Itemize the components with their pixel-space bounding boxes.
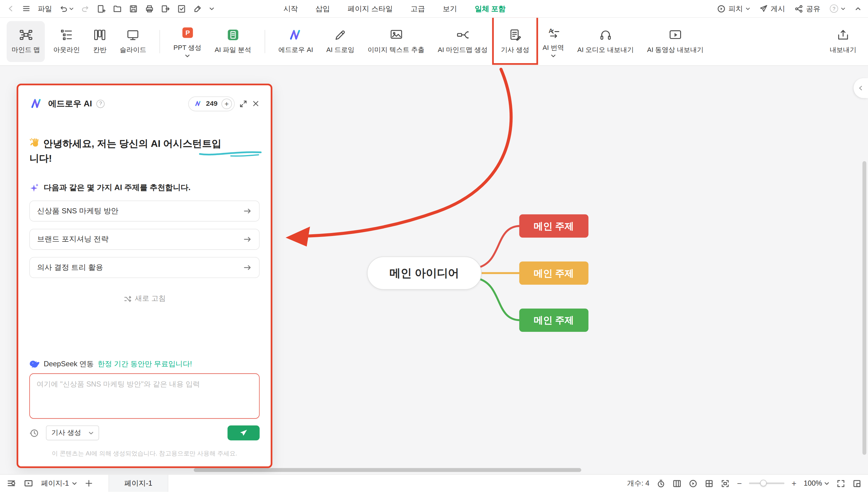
share-button[interactable]: 공유 <box>794 4 820 14</box>
mindmap-canvas[interactable]: 메인 아이디어 메인 주제 메인 주제 메인 주제 에드로우 AI ? 249 <box>0 66 868 474</box>
send-button[interactable] <box>228 425 259 440</box>
mindmap-central-node[interactable]: 메인 아이디어 <box>367 256 481 290</box>
more-tools-button[interactable] <box>209 7 214 10</box>
view-mode-kanban[interactable]: 칸반 <box>88 21 111 62</box>
menubar: 파일 <box>0 0 868 18</box>
zoom-level-value: 100% <box>804 479 822 487</box>
expand-icon <box>239 99 247 107</box>
view-mode-label: 아웃라인 <box>53 45 80 55</box>
collapse-panel-tab[interactable] <box>853 78 868 98</box>
suggestion-text: 브랜드 포지셔닝 전략 <box>37 234 108 244</box>
chevron-down-icon <box>746 7 750 10</box>
undo-button[interactable] <box>59 4 74 13</box>
ai-video-export-button[interactable]: AI 동영상 내보내기 <box>642 21 709 62</box>
menu-start[interactable]: 시작 <box>283 4 298 14</box>
play-circle-icon[interactable] <box>689 479 698 488</box>
zoom-level-select[interactable]: 100% <box>804 479 829 487</box>
pitch-button[interactable]: 피치 <box>717 4 750 14</box>
print-button[interactable] <box>145 4 154 13</box>
menu-insert[interactable]: 삽입 <box>316 4 330 14</box>
ai-drawing-button[interactable]: AI 드로잉 <box>321 21 360 62</box>
close-panel-button[interactable] <box>252 100 260 107</box>
collapse-toolbar-button[interactable] <box>855 5 861 12</box>
generation-mode-select[interactable]: 기사 생성 <box>46 425 99 440</box>
save-button[interactable] <box>129 4 138 13</box>
zoom-in-button[interactable]: + <box>792 479 796 488</box>
tool-label: 내보내기 <box>830 45 857 55</box>
panel-help-icon[interactable]: ? <box>96 99 105 107</box>
ai-file-analysis-button[interactable]: AI 파일 분석 <box>210 21 256 62</box>
article-generate-button[interactable]: 기사 생성 <box>496 21 534 62</box>
add-credits-button[interactable]: + <box>221 98 232 109</box>
export-button[interactable]: 내보내기 <box>825 21 861 62</box>
statusbar: 페이지-1 페이지-1 개수: 4 <box>0 474 868 492</box>
tool-label: PPT 생성 <box>173 43 202 52</box>
history-icon[interactable] <box>29 428 39 438</box>
horizontal-scrollbar[interactable] <box>194 468 581 472</box>
fit-screen-icon[interactable] <box>721 479 730 488</box>
ai-file-icon <box>226 28 239 42</box>
layout-icon[interactable] <box>673 479 681 488</box>
generation-mode-value: 기사 생성 <box>51 428 81 438</box>
prompt-input[interactable] <box>29 373 259 419</box>
zoom-slider-thumb[interactable] <box>760 479 767 486</box>
back-button[interactable] <box>7 4 15 13</box>
open-file-button[interactable] <box>113 4 122 13</box>
refresh-suggestions-button[interactable]: 새로 고침 <box>29 293 259 303</box>
edraw-ai-button[interactable]: 에드로우 AI <box>273 21 318 62</box>
menu-page-style[interactable]: 페이지 스타일 <box>348 4 393 14</box>
mindmap-child-node[interactable]: 메인 주제 <box>519 214 588 238</box>
refresh-label: 새로 고침 <box>135 293 166 303</box>
menubar-tabs: 시작 삽입 페이지 스타일 고급 보기 일체 포함 <box>283 4 505 14</box>
view-mode-mindmap[interactable]: 마인드 맵 <box>7 21 45 62</box>
zoom-out-button[interactable]: − <box>737 479 742 488</box>
suggestion-item[interactable]: 신상품 SNS 마케팅 방안 <box>29 201 259 222</box>
compose-row: 기사 생성 <box>29 425 259 440</box>
mindmap-child-node[interactable]: 메인 주제 <box>519 262 588 285</box>
fullscreen-icon[interactable] <box>837 479 845 488</box>
ai-translate-button[interactable]: A AI 번역 <box>537 21 569 62</box>
page-tab[interactable]: 페이지-1 <box>108 475 168 492</box>
page-selector[interactable]: 페이지-1 <box>41 478 77 488</box>
main-menu-button[interactable] <box>22 4 30 13</box>
vertical-scrollbar[interactable] <box>863 161 867 454</box>
export-doc-button[interactable] <box>161 4 170 13</box>
mindmap-child-node[interactable]: 메인 주제 <box>519 309 588 332</box>
help-button[interactable]: ? <box>830 4 845 13</box>
view-mode-slide[interactable]: 슬라이드 <box>115 21 151 62</box>
minimap-icon[interactable] <box>852 479 861 488</box>
redo-button[interactable] <box>81 4 90 13</box>
menu-view[interactable]: 보기 <box>443 4 457 14</box>
format-painter-button[interactable] <box>193 4 202 13</box>
toolbar-divider <box>160 30 160 53</box>
zoom-slider[interactable] <box>749 482 784 484</box>
timer-icon[interactable] <box>657 479 665 488</box>
outline-view-icon[interactable] <box>7 479 16 488</box>
ai-mindmap-generate-button[interactable]: AI 마인드맵 생성 <box>433 21 493 62</box>
task-check-button[interactable] <box>177 4 186 13</box>
tool-label: AI 마인드맵 생성 <box>438 45 488 55</box>
ai-audio-export-button[interactable]: AI 오디오 내보내기 <box>572 21 639 62</box>
menu-all-inclusive[interactable]: 일체 포함 <box>475 4 506 14</box>
ppt-generate-button[interactable]: P PPT 생성 <box>168 21 206 62</box>
credits-pill[interactable]: 249 + <box>188 96 235 111</box>
add-page-button[interactable] <box>84 479 93 487</box>
statusbar-right: 개수: 4 − + 100% <box>627 478 861 488</box>
image-text-extract-button[interactable]: 이미지 텍스트 추출 <box>363 21 429 62</box>
ai-drawing-icon <box>334 28 347 42</box>
arrow-right-icon <box>243 207 252 216</box>
grid-icon[interactable] <box>705 479 714 488</box>
toolbar-divider <box>265 30 265 53</box>
expand-panel-button[interactable] <box>239 99 247 107</box>
promo-link[interactable]: 한정 기간 동안만 무료입니다! <box>98 359 192 369</box>
suggestion-item[interactable]: 의사 결정 트리 활용 <box>29 257 259 278</box>
menu-advanced[interactable]: 고급 <box>411 4 425 14</box>
view-mode-label: 슬라이드 <box>120 45 147 55</box>
publish-button[interactable]: 게시 <box>760 4 785 14</box>
view-mode-outline[interactable]: 아웃라인 <box>48 21 85 62</box>
new-doc-button[interactable] <box>97 4 106 13</box>
slideshow-icon[interactable] <box>24 479 33 488</box>
suggestion-item[interactable]: 브랜드 포지셔닝 전략 <box>29 229 259 250</box>
file-menu[interactable]: 파일 <box>38 4 52 14</box>
close-icon <box>252 100 260 107</box>
